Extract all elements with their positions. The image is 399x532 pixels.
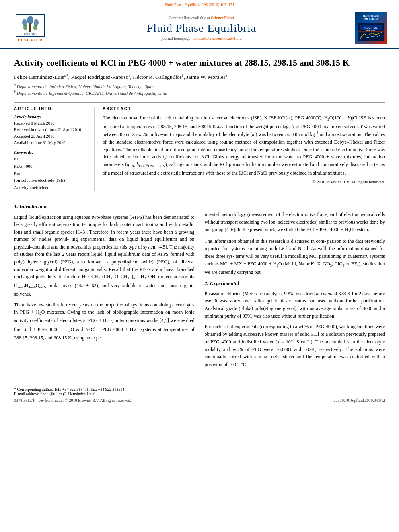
intro-para1: Liquid–liquid extraction using aqueous t… (14, 214, 195, 298)
authors-text: Felipe Hernández-Luisa,*, Raquel Rodrígu… (14, 74, 227, 80)
section1-heading: 1. Introduction (14, 203, 195, 211)
svg-point-5 (23, 25, 27, 30)
abstract-label: ABSTRACT (103, 107, 385, 111)
affiliation-a: a Departamento de Química Física, Univer… (14, 83, 385, 90)
experimental-para1: Potassium chloride (Merck pro analysis, … (205, 290, 385, 320)
journal-reference: Fluid Phase Equilibria 295 (2010) 163–17… (165, 2, 234, 7)
intro-para2: There have few studies in recent years o… (14, 301, 195, 342)
keywords-section: Keywords: KCl PEG 4000 Emf Ion-selective… (14, 150, 88, 191)
history-title: Article history: (14, 114, 88, 119)
keyword-emf: Emf (14, 170, 88, 177)
article-title: Activity coefficients of KCl in PEG 4000… (14, 57, 385, 69)
journal-title-center: Contents lists available at ScienceDirec… (48, 16, 355, 41)
footer: * Corresponding author. Tel.: +34 922 31… (14, 384, 385, 403)
journal-homepage: journal homepage: www.elsevier.com/locat… (56, 36, 347, 41)
body-columns: 1. Introduction Liquid–liquid extraction… (14, 203, 385, 371)
body-left-column: 1. Introduction Liquid–liquid extraction… (14, 203, 195, 371)
svg-text:EQUILIBRIA: EQUILIBRIA (366, 29, 375, 31)
svg-text:FLUID PHASE: FLUID PHASE (364, 27, 378, 29)
keywords-title: Keywords: (14, 150, 88, 154)
body-right-column: imental methodology (measurement of the … (205, 203, 385, 371)
affiliation-b: b Departamento de Ingeniería Química, CI… (14, 90, 385, 97)
article-info-column: ARTICLE INFO Article history: Received 8… (14, 107, 95, 191)
content-divider (14, 197, 385, 197)
cover-title-text: FLUID PHASE EQUILIBRIA FLUID PHASE EQUIL… (358, 15, 384, 42)
doi-text: doi:10.1016/j.fluid.2010.04.012 (334, 398, 385, 403)
page: Fluid Phase Equilibria 295 (2010) 163–17… (0, 0, 399, 532)
journal-homepage-link[interactable]: www.elsevier.com/locate/fluid (193, 36, 242, 41)
sciencedirect-line: Contents lists available at ScienceDirec… (56, 16, 347, 20)
available-date: Available online 31 May 2010 (14, 140, 88, 146)
copyright-notice: © 2010 Elsevier B.V. All rights reserved… (103, 179, 385, 184)
svg-point-6 (33, 25, 37, 30)
keyword-kcl: KCl (14, 156, 88, 163)
experimental-para2: For each set of experiments (correspondi… (205, 323, 385, 368)
authors-line: Felipe Hernández-Luisa,*, Raquel Rodrígu… (14, 74, 385, 81)
received-date: Received 8 March 2010 (14, 120, 88, 127)
section-divider (14, 102, 385, 103)
article-history-section: Article history: Received 8 March 2010 R… (14, 114, 88, 146)
intro-para4: The information obtained in this researc… (205, 238, 385, 276)
keyword-ise: Ion-selective electrode (ISE) (14, 177, 88, 184)
received-revised-date: Received in revised form 21 April 2010 (14, 127, 88, 133)
journal-cover-image: FLUID PHASE EQUILIBRIA FLUID PHASE EQUIL… (355, 12, 387, 44)
elsevier-logo: ELSEVIER ELSEVIER (12, 14, 48, 42)
article-info-label: ARTICLE INFO (14, 107, 88, 111)
affiliations: a Departamento de Química Física, Univer… (14, 83, 385, 97)
elsevier-logo-box: ELSEVIER (16, 14, 45, 37)
abstract-column: ABSTRACT The electromotive force of the … (103, 107, 385, 191)
sciencedirect-link[interactable]: ScienceDirect (211, 16, 234, 20)
footnote-corresponding: * Corresponding author. Tel.: +34 922 31… (14, 387, 385, 392)
svg-point-1 (27, 16, 33, 24)
footnote-email: E-mail address: flhelu@ull.es (F. Hernán… (14, 392, 385, 396)
footer-bottom: 0378-3812/$ – see front matter © 2010 El… (14, 398, 385, 403)
svg-text:ELSEVIER: ELSEVIER (23, 32, 37, 35)
section2-heading: 2. Experimental (205, 279, 385, 288)
main-content: Activity coefficients of KCl in PEG 4000… (0, 49, 399, 411)
journal-header: ELSEVIER ELSEVIER Contents lists availab… (0, 8, 399, 49)
elsevier-brand-text: ELSEVIER (17, 37, 43, 42)
top-bar: Fluid Phase Equilibria 295 (2010) 163–17… (0, 0, 399, 8)
keyword-peg: PEG 4000 (14, 163, 88, 170)
journal-name: Fluid Phase Equilibria (56, 22, 347, 35)
issn-text: 0378-3812/$ – see front matter © 2010 El… (14, 398, 131, 403)
accepted-date: Accepted 23 April 2010 (14, 133, 88, 140)
intro-para3: imental methodology (measurement of the … (205, 211, 385, 234)
info-abstract-columns: ARTICLE INFO Article history: Received 8… (14, 107, 385, 191)
keyword-activity: Activity coefficient (14, 184, 88, 191)
svg-rect-4 (29, 23, 31, 32)
abstract-text: The electromotive force of the cell cont… (103, 114, 385, 177)
